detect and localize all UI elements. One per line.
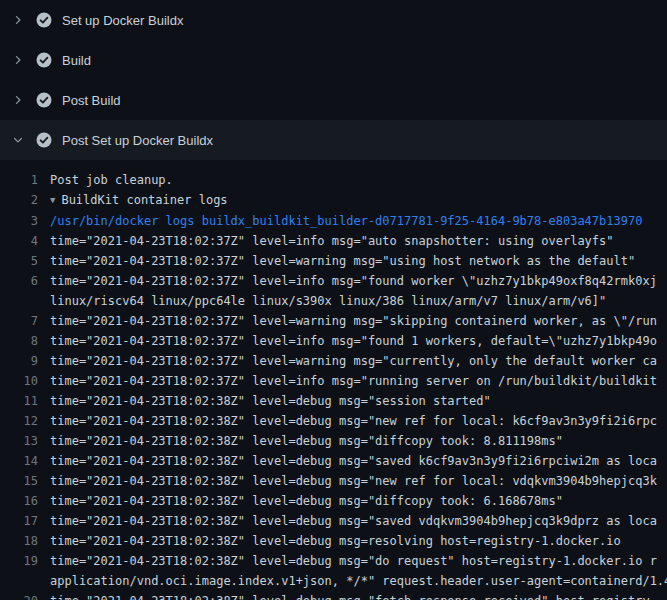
log-line[interactable]: 19 time="2021-04-23T18:02:38Z" level=deb… <box>0 551 667 571</box>
log-line-number[interactable]: 10 <box>0 371 50 391</box>
check-circle-icon <box>36 92 52 108</box>
log-line[interactable]: 16 time="2021-04-23T18:02:38Z" level=deb… <box>0 491 667 511</box>
log-line-text: linux/riscv64 linux/ppc64le linux/s390x … <box>50 291 667 311</box>
check-circle-icon <box>36 132 52 148</box>
log-line[interactable]: 12 time="2021-04-23T18:02:38Z" level=deb… <box>0 411 667 431</box>
log-line-text: /usr/bin/docker logs buildx_buildkit_bui… <box>50 211 667 231</box>
log-line[interactable]: 14 time="2021-04-23T18:02:38Z" level=deb… <box>0 451 667 471</box>
step-header-post-build[interactable]: Post Build <box>0 80 667 120</box>
log-line-number[interactable]: 14 <box>0 451 50 471</box>
log-line-number[interactable]: 8 <box>0 331 50 351</box>
log-line[interactable]: application/vnd.oci.image.index.v1+json,… <box>0 571 667 591</box>
log-line-number[interactable]: 6 <box>0 271 50 291</box>
step-list: Set up Docker Buildx Build Post Build Po… <box>0 0 667 160</box>
step-title: Build <box>62 53 91 68</box>
log-line[interactable]: 1 Post job cleanup. <box>0 170 667 190</box>
log-line[interactable]: 10 time="2021-04-23T18:02:37Z" level=inf… <box>0 371 667 391</box>
log-line-text: time="2021-04-23T18:02:37Z" level=info m… <box>50 331 667 351</box>
log-line[interactable]: linux/riscv64 linux/ppc64le linux/s390x … <box>0 291 667 311</box>
log-line-number[interactable]: 5 <box>0 251 50 271</box>
log-line[interactable]: 5 time="2021-04-23T18:02:37Z" level=warn… <box>0 251 667 271</box>
step-title: Post Set up Docker Buildx <box>62 133 213 148</box>
log-line-number[interactable]: 4 <box>0 231 50 251</box>
log-line-text: time="2021-04-23T18:02:38Z" level=debug … <box>50 491 667 511</box>
log-line-text: time="2021-04-23T18:02:37Z" level=info m… <box>50 271 667 291</box>
log-line[interactable]: 3 /usr/bin/docker logs buildx_buildkit_b… <box>0 211 667 231</box>
log-line[interactable]: 18 time="2021-04-23T18:02:38Z" level=deb… <box>0 531 667 551</box>
log-line[interactable]: 7 time="2021-04-23T18:02:37Z" level=warn… <box>0 311 667 331</box>
log-line[interactable]: 9 time="2021-04-23T18:02:37Z" level=warn… <box>0 351 667 371</box>
log-line-number[interactable]: 15 <box>0 471 50 491</box>
log-line-number[interactable]: 3 <box>0 211 50 231</box>
check-circle-icon <box>36 52 52 68</box>
log-line-text: time="2021-04-23T18:02:38Z" level=debug … <box>50 391 667 411</box>
step-title: Set up Docker Buildx <box>62 13 183 28</box>
log-line-number[interactable]: 13 <box>0 431 50 451</box>
log-line-number[interactable] <box>0 571 50 591</box>
log-line-text: time="2021-04-23T18:02:37Z" level=warnin… <box>50 251 667 271</box>
log-line-number[interactable]: 1 <box>0 170 50 190</box>
log-line-number[interactable]: 18 <box>0 531 50 551</box>
log-line-text: time="2021-04-23T18:02:38Z" level=debug … <box>50 531 667 551</box>
log-line-number[interactable]: 17 <box>0 511 50 531</box>
log-line[interactable]: 15 time="2021-04-23T18:02:38Z" level=deb… <box>0 471 667 491</box>
log-line-text: time="2021-04-23T18:02:38Z" level=debug … <box>50 551 667 571</box>
log-line-text: time="2021-04-23T18:02:38Z" level=debug … <box>50 511 667 531</box>
log-line[interactable]: 6 time="2021-04-23T18:02:37Z" level=info… <box>0 271 667 291</box>
log-container: 1 Post job cleanup. 2 ▼BuildKit containe… <box>0 160 667 600</box>
log-line-number[interactable]: 11 <box>0 391 50 411</box>
chevron-right-icon <box>10 52 26 68</box>
log-line-text: time="2021-04-23T18:02:38Z" level=debug … <box>50 471 667 491</box>
chevron-right-icon <box>10 92 26 108</box>
step-header-post-set-up-docker-buildx[interactable]: Post Set up Docker Buildx <box>0 120 667 160</box>
log-line-number[interactable]: 7 <box>0 311 50 331</box>
log-line-text: time="2021-04-23T18:02:38Z" level=debug … <box>50 451 667 471</box>
log-line-number[interactable]: 9 <box>0 351 50 371</box>
log-line-text: application/vnd.oci.image.index.v1+json,… <box>50 571 667 591</box>
log-line-number[interactable]: 2 <box>0 190 50 211</box>
step-header-build[interactable]: Build <box>0 40 667 80</box>
log-line-text: time="2021-04-23T18:02:37Z" level=warnin… <box>50 351 667 371</box>
step-header-set-up-docker-buildx[interactable]: Set up Docker Buildx <box>0 0 667 40</box>
step-title: Post Build <box>62 93 121 108</box>
log-line[interactable]: 8 time="2021-04-23T18:02:37Z" level=info… <box>0 331 667 351</box>
log-line[interactable]: 4 time="2021-04-23T18:02:37Z" level=info… <box>0 231 667 251</box>
log-line-number[interactable] <box>0 291 50 311</box>
log-line-text: time="2021-04-23T18:02:37Z" level=info m… <box>50 371 667 391</box>
log-line[interactable]: 20 time="2021-04-23T18:02:38Z" level=deb… <box>0 591 667 600</box>
log-line[interactable]: 2 ▼BuildKit container logs <box>0 190 667 211</box>
log-line[interactable]: 17 time="2021-04-23T18:02:38Z" level=deb… <box>0 511 667 531</box>
log-line-text: time="2021-04-23T18:02:37Z" level=info m… <box>50 231 667 251</box>
chevron-down-icon <box>10 132 26 148</box>
log-line-text: ▼BuildKit container logs <box>50 190 667 211</box>
log-line-number[interactable]: 20 <box>0 591 50 600</box>
check-circle-icon <box>36 12 52 28</box>
log-line-text: time="2021-04-23T18:02:38Z" level=debug … <box>50 411 667 431</box>
log-line-number[interactable]: 19 <box>0 551 50 571</box>
group-collapse-icon[interactable]: ▼ <box>50 190 55 210</box>
log-line[interactable]: 11 time="2021-04-23T18:02:38Z" level=deb… <box>0 391 667 411</box>
log-line-text: time="2021-04-23T18:02:37Z" level=warnin… <box>50 311 667 331</box>
log-line-number[interactable]: 16 <box>0 491 50 511</box>
log-line-number[interactable]: 12 <box>0 411 50 431</box>
chevron-right-icon <box>10 12 26 28</box>
log-line-text: Post job cleanup. <box>50 170 667 190</box>
log-line-text: time="2021-04-23T18:02:38Z" level=debug … <box>50 431 667 451</box>
log-line[interactable]: 13 time="2021-04-23T18:02:38Z" level=deb… <box>0 431 667 451</box>
log-line-text: time="2021-04-23T18:02:38Z" level=debug … <box>50 591 667 600</box>
